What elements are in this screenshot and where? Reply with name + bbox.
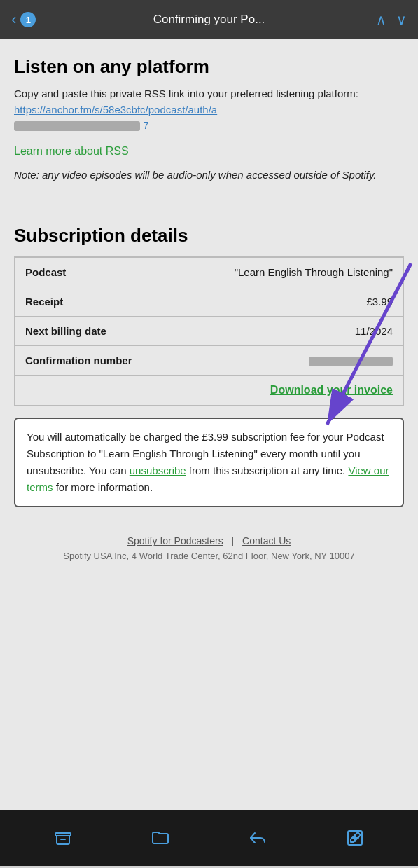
table-row: Confirmation number <box>15 346 403 376</box>
note-text: Note: any video episodes will be audio-o… <box>14 167 404 184</box>
page-title: Confirming your Po... <box>153 13 265 27</box>
download-invoice-link[interactable]: Download your invoice <box>270 384 393 396</box>
nav-up-icon[interactable]: ∧ <box>376 11 386 28</box>
subscription-section-title: Subscription details <box>14 225 404 247</box>
subscription-table-wrapper: Podcast "Learn English Through Listening… <box>14 256 404 406</box>
unsubscribe-link[interactable]: unsubscribe <box>130 464 186 476</box>
subscription-table: Podcast "Learn English Through Listening… <box>15 257 403 406</box>
table-cell-label: Confirmation number <box>15 346 190 376</box>
footer-links: Spotify for Podcasters | Contact Us <box>14 535 404 546</box>
folder-icon[interactable] <box>143 820 178 855</box>
compose-icon[interactable] <box>337 820 372 855</box>
svg-rect-2 <box>55 833 71 836</box>
table-cell-value-blurred <box>190 346 403 376</box>
table-cell-value: 11/2024 <box>190 317 403 346</box>
learn-rss-link[interactable]: Learn more about RSS <box>14 145 129 158</box>
table-cell-label: Receipt <box>15 287 190 317</box>
footer-separator: | <box>232 535 237 546</box>
table-row: Receipt £3.99 <box>15 287 403 317</box>
main-content: Listen on any platform Copy and paste th… <box>0 39 418 810</box>
listen-section-title: Listen on any platform <box>14 56 404 78</box>
nav-controls: ∧ ∨ <box>376 11 407 28</box>
back-chevron-icon[interactable]: ‹ <box>11 12 16 27</box>
top-navigation-bar: ‹ 1 Confirming your Po... ∧ ∨ <box>0 0 418 39</box>
back-and-badge: ‹ 1 <box>11 12 36 27</box>
reply-icon[interactable] <box>240 820 275 855</box>
auto-charge-text-after: for more information. <box>53 481 153 493</box>
invoice-cell: Download your invoice <box>15 376 403 406</box>
invoice-row: Download your invoice <box>15 376 403 406</box>
table-row: Podcast "Learn English Through Listening… <box>15 258 403 287</box>
table-cell-value: £3.99 <box>190 287 403 317</box>
table-row: Next billing date 11/2024 <box>15 317 403 346</box>
archive-icon[interactable] <box>46 820 81 855</box>
auto-charge-text-between: from this subscription at any time. <box>186 464 349 476</box>
table-cell-label: Next billing date <box>15 317 190 346</box>
auto-charge-notice: You will automatically be charged the £3… <box>14 418 404 507</box>
table-cell-value: "Learn English Through Listening" <box>190 258 403 287</box>
rss-link[interactable]: https://anchor.fm/s/58e3cbfc/podcast/aut… <box>14 104 217 132</box>
table-cell-label: Podcast <box>15 258 190 287</box>
footer-address: Spotify USA Inc, 4 World Trade Center, 6… <box>14 551 404 561</box>
nav-down-icon[interactable]: ∨ <box>396 11 407 28</box>
notification-badge: 1 <box>20 12 36 27</box>
bottom-navigation-bar <box>0 810 418 866</box>
listen-section-body: Copy and paste this private RSS link int… <box>14 86 404 134</box>
contact-us-link[interactable]: Contact Us <box>242 535 291 546</box>
spotify-for-podcasters-link[interactable]: Spotify for Podcasters <box>127 535 223 546</box>
